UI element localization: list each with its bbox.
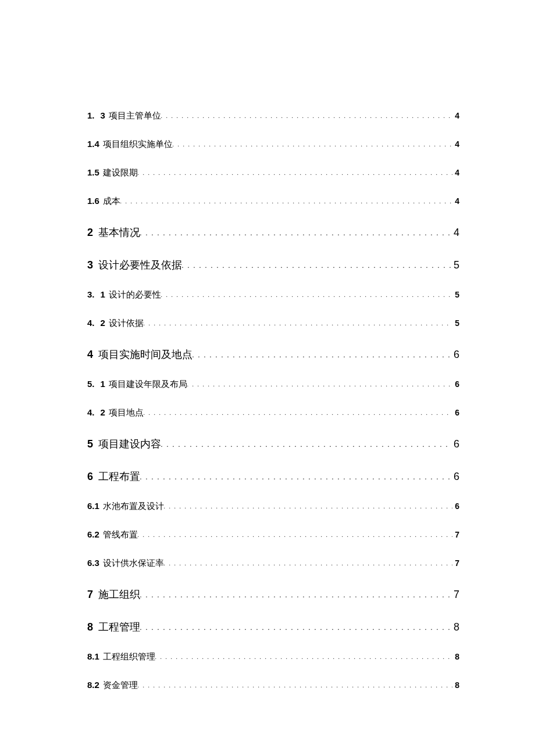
toc-label: 1.5 建设限期: [87, 167, 138, 178]
toc-number-part: 2: [101, 407, 105, 417]
toc-entry: 1.3 项目主管单位 4: [87, 110, 459, 121]
toc-title: 建设限期: [103, 168, 138, 177]
toc-title: 成本: [103, 196, 120, 206]
toc-title: 项目地点: [109, 408, 144, 417]
toc-label: 1.6 成本: [87, 196, 120, 207]
toc-page-number: 6: [451, 471, 459, 483]
toc-page-number: 6: [451, 438, 459, 450]
toc-entry: 1.6 成本 4: [87, 196, 459, 207]
toc-entry: 3 设计必要性及依据 5: [87, 258, 459, 272]
toc-number: 1.5: [87, 167, 99, 177]
toc-label: 1.4 项目组织实施单位: [87, 139, 173, 150]
toc-entry: 6 工程布置 6: [87, 470, 459, 483]
table-of-contents: 1.3 项目主管单位 41.4 项目组织实施单位 41.5 建设限期 41.6 …: [87, 110, 459, 691]
toc-entry: 6.3 设计供水保证率 7: [87, 558, 459, 569]
toc-leader-dots: [161, 440, 451, 449]
toc-leader-dots: [173, 140, 453, 149]
toc-title: 项目组织实施单位: [103, 139, 173, 149]
toc-number: 5.1: [87, 379, 105, 389]
toc-entry: 8 工程管理 8: [87, 620, 459, 634]
toc-title: 设计的必要性: [109, 290, 161, 299]
toc-page-number: 5: [452, 290, 459, 299]
toc-title: 设计供水保证率: [103, 558, 164, 568]
toc-page-number: 6: [451, 349, 459, 361]
toc-number-part: 3: [101, 110, 105, 120]
toc-leader-dots: [138, 531, 453, 539]
toc-entry: 8.1 工程组织管理 8: [87, 651, 459, 662]
toc-number-part: 4.: [87, 407, 95, 417]
toc-entry: 4.2 设计依据 5: [87, 318, 459, 329]
toc-entry: 4 项目实施时间及地点 6: [87, 347, 459, 361]
toc-number: 1.4: [87, 139, 99, 149]
toc-leader-dots: [182, 261, 451, 270]
toc-label: 5.1 项目建设年限及布局: [87, 379, 187, 390]
toc-entry: 7 施工组织 7: [87, 587, 459, 601]
toc-entry: 2 基本情况 4: [87, 225, 459, 239]
toc-leader-dots: [161, 112, 453, 120]
toc-label: 6.1 水池布置及设计: [87, 501, 164, 512]
toc-leader-dots: [161, 291, 453, 299]
toc-page-number: 7: [451, 589, 459, 601]
toc-title: 工程管理: [98, 621, 140, 633]
toc-number: 8.2: [87, 680, 99, 690]
toc-label: 4.2 项目地点: [87, 407, 144, 418]
toc-leader-dots: [164, 502, 453, 511]
toc-number: 2: [87, 227, 93, 238]
toc-page-number: 7: [452, 530, 459, 539]
toc-leader-dots: [164, 559, 453, 568]
toc-label: 6.2 管线布置: [87, 529, 138, 540]
toc-page-number: 8: [451, 621, 459, 633]
toc-entry: 8.2 资金管理 8: [87, 680, 459, 691]
toc-leader-dots: [155, 653, 453, 661]
toc-entry: 5.1 项目建设年限及布局 6: [87, 379, 459, 390]
toc-page-number: 5: [451, 259, 459, 271]
toc-title: 管线布置: [103, 530, 138, 539]
toc-number-part: 2: [101, 318, 105, 328]
toc-leader-dots: [140, 473, 451, 482]
toc-leader-dots: [120, 197, 453, 206]
toc-entry: 5 项目建设内容 6: [87, 437, 459, 451]
toc-number: 7: [87, 589, 93, 600]
toc-entry: 1.4 项目组织实施单位 4: [87, 139, 459, 150]
toc-number: 6.3: [87, 558, 99, 568]
toc-title: 水池布置及设计: [103, 501, 164, 511]
toc-number: 4.2: [87, 407, 105, 417]
toc-label: 8.2 资金管理: [87, 680, 138, 691]
toc-number: 5: [87, 438, 93, 450]
toc-number: 3: [87, 259, 93, 271]
toc-title: 工程布置: [98, 471, 140, 482]
toc-label: 5 项目建设内容: [87, 437, 161, 451]
toc-number: 3.1: [87, 289, 105, 299]
toc-entry: 3.1 设计的必要性 5: [87, 289, 459, 300]
toc-number: 6.2: [87, 529, 99, 539]
toc-entry: 4.2 项目地点 6: [87, 407, 459, 418]
toc-number-part: 5.: [87, 379, 95, 389]
toc-leader-dots: [144, 409, 453, 417]
toc-title: 项目建设内容: [98, 438, 161, 450]
toc-page-number: 6: [452, 408, 459, 417]
toc-leader-dots: [140, 229, 451, 238]
toc-label: 6 工程布置: [87, 470, 140, 483]
toc-number-part: 4.: [87, 318, 95, 328]
toc-label: 6.3 设计供水保证率: [87, 558, 164, 569]
toc-label: 4 项目实施时间及地点: [87, 347, 192, 361]
toc-label: 8.1 工程组织管理: [87, 651, 155, 662]
toc-number: 8: [87, 621, 93, 633]
toc-label: 1.3 项目主管单位: [87, 110, 161, 121]
toc-number: 6.1: [87, 501, 99, 511]
toc-leader-dots: [140, 591, 451, 600]
toc-leader-dots: [140, 624, 451, 632]
document-page: 1.3 项目主管单位 41.4 项目组织实施单位 41.5 建设限期 41.6 …: [0, 0, 535, 756]
toc-page-number: 4: [451, 227, 459, 239]
toc-label: 3 设计必要性及依据: [87, 258, 182, 272]
toc-title: 设计依据: [109, 318, 144, 328]
toc-label: 4.2 设计依据: [87, 318, 144, 329]
toc-leader-dots: [192, 351, 451, 360]
toc-page-number: 8: [452, 680, 459, 690]
toc-title: 施工组织: [98, 589, 140, 600]
toc-number-part: 1.: [87, 110, 95, 120]
toc-page-number: 7: [452, 558, 459, 568]
toc-title: 项目建设年限及布局: [109, 379, 187, 389]
toc-label: 8 工程管理: [87, 620, 140, 634]
toc-number: 8.1: [87, 651, 99, 661]
